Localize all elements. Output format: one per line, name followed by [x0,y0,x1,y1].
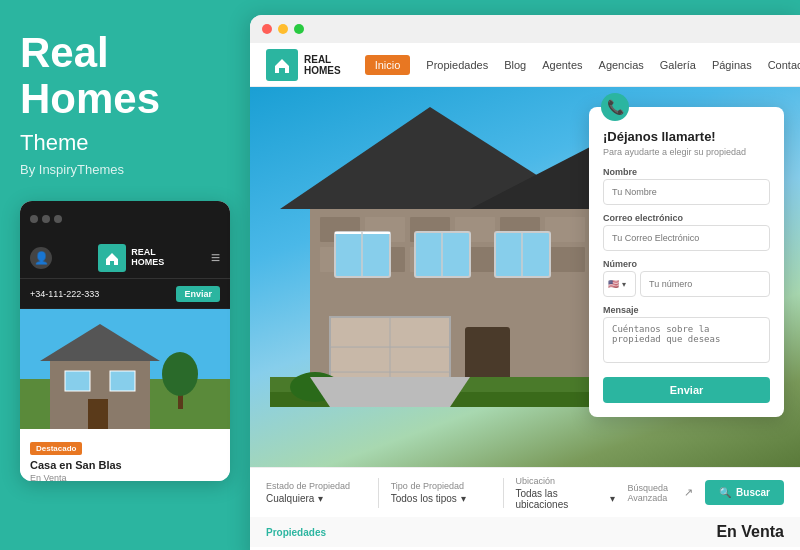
nav-propiedades[interactable]: Propiedades [426,59,488,71]
estado-field: Estado de Propiedad Cualquiera ▾ [266,481,366,504]
nav-paginas[interactable]: Páginas [712,59,752,71]
form-subtitle: Para ayudarte a elegir su propiedad [603,147,770,157]
nav-inicio[interactable]: Inicio [365,55,411,75]
nav-contacto[interactable]: Contacto [768,59,800,71]
search-bar: Estado de Propiedad Cualquiera ▾ Tipo de… [250,467,800,517]
mobile-window-dots [30,215,62,223]
desktop-mockup: REAL HOMES Inicio Propiedades Blog Agent… [250,15,800,550]
desktop-nav: REAL HOMES Inicio Propiedades Blog Agent… [250,43,800,87]
mobile-casa-title: Casa en San Blas [30,459,220,471]
nav-agencias[interactable]: Agencias [599,59,644,71]
mobile-top-bar [20,201,230,237]
propiedades-label: Propiedades [266,527,326,538]
estado-label: Estado de Propiedad [266,481,366,491]
desktop-dot-red [262,24,272,34]
desktop-dot-yellow [278,24,288,34]
advanced-search[interactable]: Búsqueda Avanzada ↗ [627,483,693,503]
brand-subtitle: Theme [20,130,225,156]
estado-chevron-icon: ▾ [318,493,323,504]
ubicacion-select[interactable]: Todas las ubicaciones ▾ [515,488,615,510]
svg-rect-4 [65,371,90,391]
phone-row: 🇺🇸 ▾ [603,271,770,297]
numero-label: Número [603,259,770,269]
ubicacion-chevron-icon: ▾ [610,493,615,504]
desktop-dot-green [294,24,304,34]
mobile-mockup: 👤 REAL HOMES ≡ +34-111-222-333 Enviar [20,201,230,481]
svg-rect-5 [110,371,135,391]
en-venta-title: En Venta [716,523,784,541]
mobile-phone-number: +34-111-222-333 [30,289,99,299]
ubicacion-label: Ubicación [515,476,615,486]
brand-by: By InspiryThemes [20,162,225,177]
tipo-label: Tipo de Propiedad [391,481,491,491]
tipo-select[interactable]: Todos los tipos ▾ [391,493,491,504]
contact-form: 📞 ¡Déjanos llamarte! Para ayudarte a ele… [589,107,784,417]
tipo-field: Tipo de Propiedad Todos los tipos ▾ [391,481,491,504]
mobile-dot-2 [42,215,50,223]
mobile-enviar-button[interactable]: Enviar [176,286,220,302]
mensaje-label: Mensaje [603,305,770,315]
svg-marker-44 [310,377,470,407]
brand-title: Real Homes [20,30,225,122]
email-label: Correo electrónico [603,213,770,223]
mobile-logo: REAL HOMES [98,244,164,272]
nav-galeria[interactable]: Galería [660,59,696,71]
estado-select[interactable]: Cualquiera ▾ [266,493,366,504]
mobile-hamburger-icon[interactable]: ≡ [211,249,220,267]
svg-point-8 [162,352,198,396]
svg-rect-6 [88,399,108,429]
mobile-destacado-badge: Destacado [30,442,82,455]
search-icon: 🔍 [719,487,731,498]
mobile-dot-3 [54,215,62,223]
search-divider-1 [378,478,379,508]
desktop-window-controls [250,15,800,43]
ubicacion-field: Ubicación Todas las ubicaciones ▾ [515,476,615,510]
nombre-input[interactable] [603,179,770,205]
left-sidebar: Real Homes Theme By InspiryThemes 👤 [0,0,245,550]
properties-footer: Propiedades En Venta [250,517,800,547]
tipo-chevron-icon: ▾ [461,493,466,504]
desktop-logo-icon [266,49,298,81]
phone-number-input[interactable] [640,271,770,297]
mobile-logo-text: REAL HOMES [131,248,164,268]
nombre-label: Nombre [603,167,770,177]
nav-blog[interactable]: Blog [504,59,526,71]
form-submit-button[interactable]: Enviar [603,377,770,403]
mobile-user-icon: 👤 [30,247,52,269]
hero-area: 📞 ¡Déjanos llamarte! Para ayudarte a ele… [250,87,800,467]
mobile-dot-1 [30,215,38,223]
mobile-phone-bar: +34-111-222-333 Enviar [20,279,230,309]
mobile-nav: 👤 REAL HOMES ≡ [20,237,230,279]
search-divider-2 [503,478,504,508]
mensaje-textarea[interactable] [603,317,770,363]
mobile-house-image [20,309,230,429]
email-input[interactable] [603,225,770,251]
search-button[interactable]: 🔍 Buscar [705,480,784,505]
desktop-logo: REAL HOMES [266,49,341,81]
form-title: ¡Déjanos llamarte! [603,129,770,144]
mobile-logo-icon [98,244,126,272]
flag-select[interactable]: 🇺🇸 ▾ [603,271,636,297]
mobile-en-venta: En Venta [30,473,220,481]
form-phone-icon: 📞 [601,93,629,121]
mobile-property-card: Destacado Casa en San Blas En Venta [20,429,230,481]
nav-agentes[interactable]: Agentes [542,59,582,71]
advanced-search-arrow-icon: ↗ [684,486,693,499]
desktop-logo-text: REAL HOMES [304,54,341,76]
